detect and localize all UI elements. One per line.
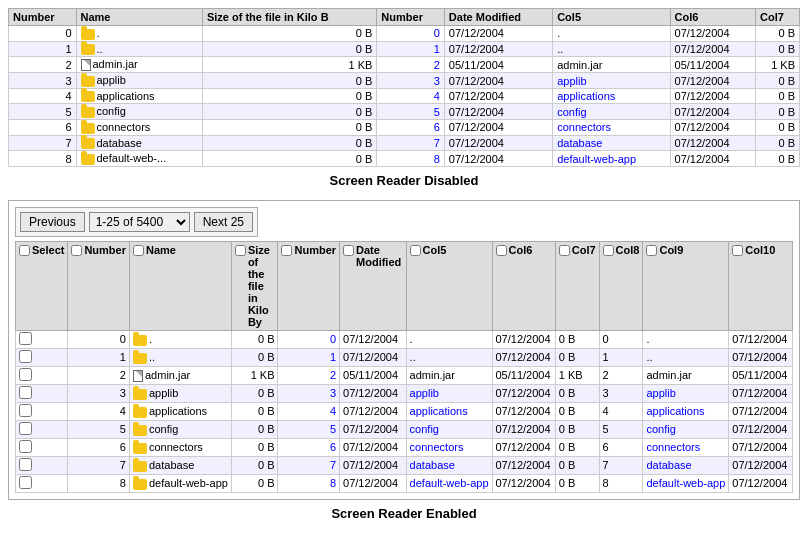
- previous-button[interactable]: Previous: [20, 212, 85, 232]
- col5-link-sr[interactable]: applib: [410, 387, 439, 399]
- folder-icon: [81, 154, 95, 165]
- col-header-name: Name: [76, 9, 202, 26]
- select-all-checkbox[interactable]: [19, 245, 30, 256]
- num2-link[interactable]: 1: [330, 351, 336, 363]
- col5-link-sr[interactable]: default-web-app: [410, 477, 489, 489]
- number-col-checkbox[interactable]: [71, 245, 82, 256]
- table-row: 2admin.jar1 KB205/11/2004admin.jar05/11/…: [16, 366, 793, 384]
- col5-link[interactable]: database: [557, 137, 602, 149]
- row-select-checkbox[interactable]: [19, 476, 32, 489]
- row-select-checkbox[interactable]: [19, 350, 32, 363]
- folder-icon: [81, 123, 95, 134]
- col-header-size: Size of the file in Kilo B: [202, 9, 376, 26]
- file-name: admin.jar: [93, 58, 138, 70]
- file-name: .: [149, 333, 152, 345]
- row-select-checkbox[interactable]: [19, 440, 32, 453]
- col-header-col7: Col7: [756, 9, 800, 26]
- col9-link[interactable]: database: [646, 459, 691, 471]
- col9-checkbox[interactable]: [646, 245, 657, 256]
- col5-checkbox[interactable]: [410, 245, 421, 256]
- enabled-title: Screen Reader Enabled: [8, 506, 800, 521]
- num2-link[interactable]: 7: [330, 459, 336, 471]
- col9-link[interactable]: applications: [646, 405, 704, 417]
- col9-link[interactable]: applib: [646, 387, 675, 399]
- col10-checkbox[interactable]: [732, 245, 743, 256]
- folder-icon: [133, 425, 147, 436]
- num-link[interactable]: 4: [434, 90, 440, 102]
- row-select-checkbox[interactable]: [19, 386, 32, 399]
- next-button[interactable]: Next 25: [194, 212, 253, 232]
- num2-link[interactable]: 2: [330, 369, 336, 381]
- enabled-section: Previous 1-25 of 540026-50 of 540051-75 …: [8, 200, 800, 521]
- num-link[interactable]: 1: [434, 43, 440, 55]
- col5-label: Col5: [423, 244, 447, 256]
- col5-link-sr[interactable]: applications: [410, 405, 468, 417]
- row-select-checkbox[interactable]: [19, 332, 32, 345]
- col6-checkbox[interactable]: [496, 245, 507, 256]
- num-link[interactable]: 7: [434, 137, 440, 149]
- size-col-checkbox[interactable]: [235, 245, 246, 256]
- col5-link[interactable]: config: [557, 106, 586, 118]
- col5-link-sr[interactable]: config: [410, 423, 439, 435]
- col-header-select: Select: [16, 241, 68, 330]
- col5-link[interactable]: connectors: [557, 121, 611, 133]
- file-name: applib: [149, 387, 178, 399]
- table-row: 8default-web-...0 B807/12/2004default-we…: [9, 151, 800, 167]
- table-row: 7database0 B707/12/2004database07/12/200…: [16, 456, 793, 474]
- table-row: 2admin.jar1 KB205/11/2004admin.jar05/11/…: [9, 57, 800, 73]
- num-link[interactable]: 5: [434, 106, 440, 118]
- num2-link[interactable]: 0: [330, 333, 336, 345]
- file-name: applications: [97, 90, 155, 102]
- col-header-date: Date Modified: [444, 9, 552, 26]
- col5-link-sr[interactable]: connectors: [410, 441, 464, 453]
- folder-icon: [133, 353, 147, 364]
- disabled-section: Number Name Size of the file in Kilo B N…: [8, 8, 800, 188]
- col5-link[interactable]: applib: [557, 75, 586, 87]
- num2-link[interactable]: 3: [330, 387, 336, 399]
- col9-link[interactable]: config: [646, 423, 675, 435]
- row-select-checkbox[interactable]: [19, 368, 32, 381]
- folder-icon: [133, 461, 147, 472]
- folder-icon: [133, 389, 147, 400]
- file-icon: [81, 59, 91, 71]
- date-col-checkbox[interactable]: [343, 245, 354, 256]
- num2-link[interactable]: 4: [330, 405, 336, 417]
- num2-link[interactable]: 5: [330, 423, 336, 435]
- num-link[interactable]: 3: [434, 75, 440, 87]
- row-select-checkbox[interactable]: [19, 458, 32, 471]
- folder-icon: [133, 479, 147, 490]
- folder-icon: [81, 107, 95, 118]
- table-row: 3applib0 B307/12/2004applib07/12/20040 B…: [16, 384, 793, 402]
- col5-link[interactable]: default-web-app: [557, 153, 636, 165]
- col8-checkbox[interactable]: [603, 245, 614, 256]
- file-name: connectors: [149, 441, 203, 453]
- col9-link[interactable]: connectors: [646, 441, 700, 453]
- table-row: 3applib0 B307/12/2004applib07/12/20040 B: [9, 73, 800, 89]
- num-link[interactable]: 6: [434, 121, 440, 133]
- row-select-checkbox[interactable]: [19, 404, 32, 417]
- row-select-checkbox[interactable]: [19, 422, 32, 435]
- name-col-checkbox[interactable]: [133, 245, 144, 256]
- page-range-select[interactable]: 1-25 of 540026-50 of 540051-75 of 5400: [89, 212, 190, 232]
- file-name: config: [149, 423, 178, 435]
- num-link[interactable]: 2: [434, 59, 440, 71]
- num-link[interactable]: 8: [434, 153, 440, 165]
- folder-icon: [81, 138, 95, 149]
- enabled-container: Previous 1-25 of 540026-50 of 540051-75 …: [8, 200, 800, 500]
- num2-link[interactable]: 8: [330, 477, 336, 489]
- num2-link[interactable]: 6: [330, 441, 336, 453]
- file-name: applib: [97, 74, 126, 86]
- num2-col-checkbox[interactable]: [281, 245, 292, 256]
- folder-icon: [133, 407, 147, 418]
- file-name: admin.jar: [145, 369, 190, 381]
- col7-checkbox[interactable]: [559, 245, 570, 256]
- col10-label: Col10: [745, 244, 775, 256]
- col5-link-sr[interactable]: database: [410, 459, 455, 471]
- col5-link[interactable]: applications: [557, 90, 615, 102]
- select-label: Select: [32, 244, 64, 256]
- folder-icon: [81, 44, 95, 55]
- name-col-label: Name: [146, 244, 176, 256]
- col-header-col5: Col5: [553, 9, 670, 26]
- num-link[interactable]: 0: [434, 27, 440, 39]
- col9-link[interactable]: default-web-app: [646, 477, 725, 489]
